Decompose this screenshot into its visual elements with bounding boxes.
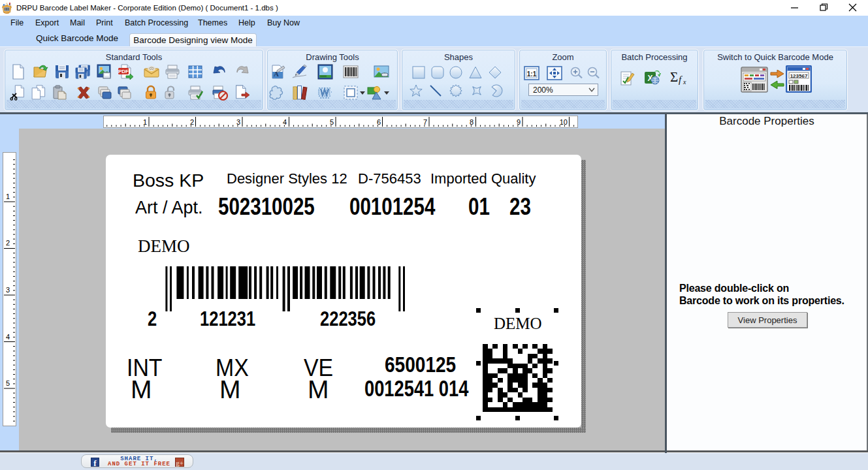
- svg-text:5: 5: [6, 379, 10, 387]
- svg-text:8: 8: [470, 118, 474, 126]
- svg-text:f: f: [679, 74, 683, 85]
- svg-text:3: 3: [6, 286, 10, 294]
- svg-text:4: 4: [6, 333, 10, 341]
- svg-text:9: 9: [517, 118, 521, 126]
- svg-text:123567: 123567: [790, 73, 808, 79]
- svg-text:1:1: 1:1: [527, 70, 537, 78]
- svg-text:3: 3: [236, 118, 240, 126]
- svg-text:7: 7: [423, 118, 427, 126]
- svg-text:2: 2: [6, 239, 10, 247]
- svg-text:10: 10: [560, 118, 568, 126]
- svg-text:PDF: PDF: [118, 69, 129, 74]
- svg-text:5: 5: [330, 118, 334, 126]
- svg-text:x: x: [683, 78, 686, 86]
- svg-text:4: 4: [283, 118, 287, 126]
- svg-text:6: 6: [377, 118, 381, 126]
- svg-text:1: 1: [143, 118, 147, 126]
- svg-text:1: 1: [6, 193, 10, 200]
- svg-text:2: 2: [190, 118, 194, 126]
- svg-text:Σ: Σ: [670, 69, 678, 85]
